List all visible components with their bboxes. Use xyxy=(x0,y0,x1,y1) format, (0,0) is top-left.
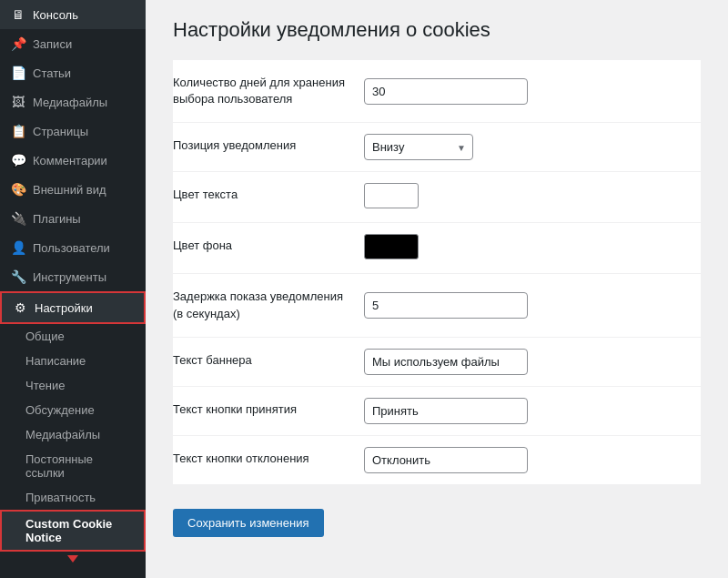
submenu-reading[interactable]: Чтение xyxy=(0,373,146,398)
main-content: Настройки уведомления о cookies Количест… xyxy=(146,0,728,578)
delay-input[interactable] xyxy=(364,292,528,319)
media-icon: 🖼 xyxy=(11,95,25,109)
sidebar-item-plugins[interactable]: 🔌 Плагины xyxy=(0,204,146,233)
sidebar-item-label: Страницы xyxy=(33,125,88,138)
submenu-media[interactable]: Медиафайлы xyxy=(0,422,146,447)
tools-icon: 🔧 xyxy=(11,269,25,284)
pages-icon: 📋 xyxy=(11,124,25,138)
field-text-color: Цвет текста xyxy=(173,172,701,223)
settings-submenu: Общие Написание Чтение Обсуждение Медиаф… xyxy=(0,324,146,552)
sidebar-item-label: Консоль xyxy=(33,8,78,22)
appearance-icon: 🎨 xyxy=(11,182,25,197)
sidebar-item-media[interactable]: 🖼 Медиафайлы xyxy=(0,87,146,117)
sidebar-item-label: Пользователи xyxy=(33,241,110,255)
sidebar-item-label: Записи xyxy=(33,37,72,51)
sidebar-item-label: Инструменты xyxy=(33,270,106,284)
submenu-discussion[interactable]: Обсуждение xyxy=(0,398,146,422)
field-bg-color-label: Цвет фона xyxy=(173,223,364,274)
settings-form: Количество дней для хранения выбора поль… xyxy=(173,60,701,485)
page-title: Настройки уведомления о cookies xyxy=(173,18,701,42)
field-accept-text-label: Текст кнопки принятия xyxy=(173,386,364,435)
field-position: Позиция уведомления Вверху Внизу ▼ xyxy=(173,123,701,172)
sidebar-item-label: Медиафайлы xyxy=(33,96,107,109)
field-text-color-label: Цвет текста xyxy=(173,172,364,223)
users-icon: 👤 xyxy=(11,240,25,255)
submenu-privacy[interactable]: Приватность xyxy=(0,485,146,510)
settings-icon: ⚙ xyxy=(13,300,27,315)
field-days-cell xyxy=(364,60,701,123)
field-delay-cell xyxy=(364,274,701,337)
sidebar-item-articles[interactable]: 📄 Статьи xyxy=(0,58,146,87)
field-text-color-cell xyxy=(364,172,701,223)
sidebar-item-label: Статьи xyxy=(33,66,71,80)
comments-icon: 💬 xyxy=(11,153,25,167)
sidebar-item-users[interactable]: 👤 Пользователи xyxy=(0,233,146,262)
sidebar-item-label: Внешний вид xyxy=(33,183,106,197)
field-bg-color-cell xyxy=(364,223,701,274)
console-icon: 🖥 xyxy=(11,7,25,22)
field-position-label: Позиция уведомления xyxy=(173,123,364,172)
submenu-writing[interactable]: Написание xyxy=(0,349,146,373)
field-decline-text: Текст кнопки отклонения xyxy=(173,435,701,484)
sidebar: 🖥 Консоль 📌 Записи 📄 Статьи 🖼 Медиафайлы… xyxy=(0,0,146,578)
days-input[interactable] xyxy=(364,78,528,105)
field-days-label: Количество дней для хранения выбора поль… xyxy=(173,60,364,123)
banner-text-input[interactable] xyxy=(364,349,528,375)
field-bg-color: Цвет фона xyxy=(173,223,701,274)
sidebar-item-console[interactable]: 🖥 Консоль xyxy=(0,0,146,29)
settings-arrow xyxy=(144,300,146,315)
field-delay-label: Задержка показа уведомления (в секундах) xyxy=(173,274,364,337)
submenu-general[interactable]: Общие xyxy=(0,324,146,349)
field-position-cell: Вверху Внизу ▼ xyxy=(364,123,701,172)
field-decline-text-cell xyxy=(364,435,701,484)
bg-color-swatch[interactable] xyxy=(364,234,419,259)
sidebar-item-appearance[interactable]: 🎨 Внешний вид xyxy=(0,175,146,204)
sidebar-item-label: Комментарии xyxy=(33,154,107,167)
field-banner-text: Текст баннера xyxy=(173,337,701,386)
save-button[interactable]: Сохранить изменения xyxy=(173,509,324,537)
field-banner-text-cell xyxy=(364,337,701,386)
plugins-icon: 🔌 xyxy=(11,211,25,226)
sidebar-item-tools[interactable]: 🔧 Инструменты xyxy=(0,262,146,291)
accept-text-input[interactable] xyxy=(364,398,528,424)
sidebar-item-settings[interactable]: ⚙ Настройки xyxy=(0,291,146,324)
down-arrow-indicator xyxy=(67,555,78,563)
sidebar-item-comments[interactable]: 💬 Комментарии xyxy=(0,146,146,175)
submenu-permalinks[interactable]: Постоянные ссылки xyxy=(0,447,146,485)
sidebar-item-label: Плагины xyxy=(33,212,81,226)
position-select[interactable]: Вверху Внизу xyxy=(364,134,473,160)
text-color-swatch[interactable] xyxy=(364,183,419,208)
field-decline-text-label: Текст кнопки отклонения xyxy=(173,435,364,484)
field-delay: Задержка показа уведомления (в секундах) xyxy=(173,274,701,337)
field-accept-text-cell xyxy=(364,386,701,435)
field-banner-text-label: Текст баннера xyxy=(173,337,364,386)
sidebar-item-label: Настройки xyxy=(35,301,93,315)
decline-text-input[interactable] xyxy=(364,447,528,473)
field-days: Количество дней для хранения выбора поль… xyxy=(173,60,701,123)
submenu-custom-cookie-notice[interactable]: Custom Cookie Notice xyxy=(0,510,146,552)
posts-icon: 📌 xyxy=(11,36,25,51)
field-accept-text: Текст кнопки принятия xyxy=(173,386,701,435)
save-row: Сохранить изменения xyxy=(173,500,701,537)
sidebar-item-posts[interactable]: 📌 Записи xyxy=(0,29,146,58)
position-select-wrapper: Вверху Внизу ▼ xyxy=(364,134,473,160)
articles-icon: 📄 xyxy=(11,66,25,80)
sidebar-item-pages[interactable]: 📋 Страницы xyxy=(0,117,146,146)
